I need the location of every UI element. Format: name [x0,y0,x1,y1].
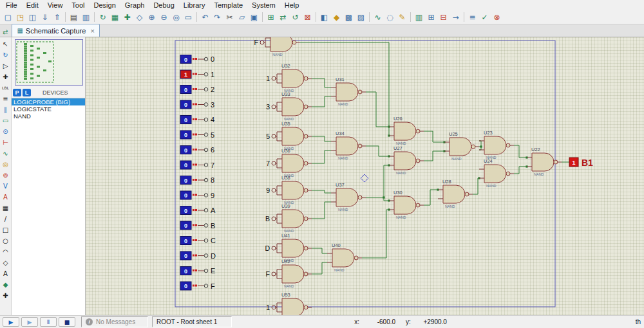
tab-close-icon[interactable]: × [90,27,94,35]
pick-devices-button[interactable]: P [13,89,21,96]
open-design-icon[interactable]: ◳ [14,11,26,23]
logic-state-row-C[interactable]: 0C [180,237,216,245]
block-rotate-icon[interactable]: ↺ [289,11,301,23]
marker-icon[interactable]: ✚ [0,290,11,301]
wire[interactable] [312,262,327,274]
print-icon[interactable]: ▤ [68,11,80,23]
new-sheet-icon[interactable]: ⊞ [425,11,437,23]
logic-state-row-6[interactable]: 06 [180,146,214,154]
junction-dot-icon[interactable]: ✚ [0,71,11,82]
device-item-logicstate[interactable]: LOGICSTATE [12,105,85,113]
wire[interactable] [312,136,331,141]
logic-state-row-A[interactable]: 0A [180,206,216,215]
wire-label-icon[interactable]: LBL [0,82,11,93]
wire[interactable] [312,248,327,253]
packaging-tool-icon[interactable]: ▩ [343,11,355,23]
wire[interactable] [362,210,389,258]
zoom-all-icon[interactable]: ◎ [170,11,182,23]
logic-state-row-F[interactable]: 0F [180,282,215,290]
step-button[interactable]: ▶ [21,317,38,327]
nand-gate-U35[interactable]: 5U35NAND [266,121,312,150]
bill-of-materials-icon[interactable]: ≡ [466,11,478,23]
logic-state-row-1[interactable]: 11 [180,70,214,78]
wire[interactable] [312,78,331,87]
new-design-icon[interactable]: ▢ [2,11,14,23]
logic-state-row-E[interactable]: 0E [180,267,215,275]
virtual-instruments-icon[interactable]: ▦ [0,203,11,214]
bus-mode-icon[interactable]: ∥ [0,104,11,115]
design-explorer-icon[interactable]: ▥ [413,11,425,23]
block-delete-icon[interactable]: ⊠ [301,11,314,23]
nand-gate-U40[interactable]: U40NAND [327,242,362,272]
nand-gate-U39[interactable]: BU39NAND [265,203,312,233]
play-button[interactable]: ▶ [3,317,19,327]
nand-gate-U27[interactable]: U27NAND [389,145,424,175]
wire[interactable] [312,190,331,193]
nand-gate-U24[interactable]: U24NAND [479,158,514,188]
export-section-icon[interactable]: ⇑ [51,11,63,23]
wire[interactable] [514,167,527,174]
schematic-overview-minimap[interactable] [15,39,83,86]
logic-state-row-9[interactable]: 09 [180,191,214,199]
path-2d-icon[interactable]: ◇ [0,257,11,268]
menu-view[interactable]: View [43,1,68,10]
wire-autorouter-icon[interactable]: ∿ [372,11,384,23]
logic-state-row-5[interactable]: 05 [180,131,214,139]
nand-gate-U42[interactable]: FU42NAND [266,259,312,288]
make-device-icon[interactable]: ◆ [330,11,343,23]
wire[interactable] [312,202,331,219]
logic-state-row-2[interactable]: 02 [180,86,214,94]
menu-file[interactable]: File [1,1,22,10]
menu-edit[interactable]: Edit [22,1,43,10]
import-section-icon[interactable]: ⇓ [39,11,51,23]
tab-schematic-capture[interactable]: ▦ Schematic Capture × [12,24,99,37]
nand-gate-U34[interactable]: U34NAND [331,131,366,160]
zoom-area-icon[interactable]: ▭ [182,11,194,23]
logic-state-row-D[interactable]: 0D [180,251,216,260]
subcircuit-icon[interactable]: ▭ [0,115,11,126]
logic-state-row-8[interactable]: 08 [180,176,214,185]
device-item-nand[interactable]: NAND [12,113,85,120]
nand-gate-U53[interactable]: 1U53NAND [266,292,312,315]
copy-icon[interactable]: ▱ [236,11,248,23]
origin-icon[interactable]: ✚ [121,11,133,23]
tape-recorder-icon[interactable]: ◎ [0,159,11,170]
circle-2d-icon[interactable]: ○ [0,235,11,246]
nand-gate-U32[interactable]: 1U32NAND [266,63,312,93]
nand-gate-U37[interactable]: U37NAND [331,182,366,212]
redraw-icon[interactable]: ↻ [97,11,109,23]
menu-system[interactable]: System [247,1,280,10]
logic-state-row-4[interactable]: 04 [180,116,214,124]
wire[interactable] [424,190,438,205]
current-probe-icon[interactable]: A [0,192,11,203]
save-design-icon[interactable]: ◫ [26,11,39,23]
wire[interactable] [424,151,444,161]
redo-icon[interactable]: ↷ [211,11,223,23]
nand-gate-U26[interactable]: U26NAND [389,116,424,145]
voltage-probe-icon[interactable]: V [0,181,11,192]
logic-probe-b1[interactable]: 1B1 [569,158,593,168]
menu-graph[interactable]: Graph [120,1,149,10]
nand-gate-U28[interactable]: U28NAND [438,179,473,208]
graph-mode-icon[interactable]: ∿ [0,148,11,159]
menu-help[interactable]: Help [280,1,304,10]
symbol-icon[interactable]: ◆ [0,279,11,290]
tab-home-icon[interactable]: ⇄ [3,28,8,35]
nand-gate-U22[interactable]: U22NAND [527,147,562,176]
wire[interactable] [366,92,389,127]
block-copy-icon[interactable]: ⊞ [265,11,277,23]
nand-gate-U33[interactable]: 3U33NAND [266,91,312,121]
nand-gate-U25[interactable]: U25NAND [444,131,479,161]
generator-icon[interactable]: ⊚ [0,170,11,181]
wire[interactable] [424,131,444,142]
decompose-icon[interactable]: ▨ [355,11,367,23]
nand-gate-U31[interactable]: U31NAND [331,77,366,106]
menu-design[interactable]: Design [90,1,120,10]
device-pin-icon[interactable]: ⊢ [0,137,11,148]
pan-icon[interactable]: ◇ [133,11,146,23]
zoom-out-icon[interactable]: ⊖ [158,11,170,23]
search-tag-icon[interactable]: ◌ [384,11,396,23]
goto-sheet-icon[interactable]: → [450,11,462,23]
wire[interactable] [312,96,331,107]
remove-sheet-icon[interactable]: ⊟ [437,11,450,23]
